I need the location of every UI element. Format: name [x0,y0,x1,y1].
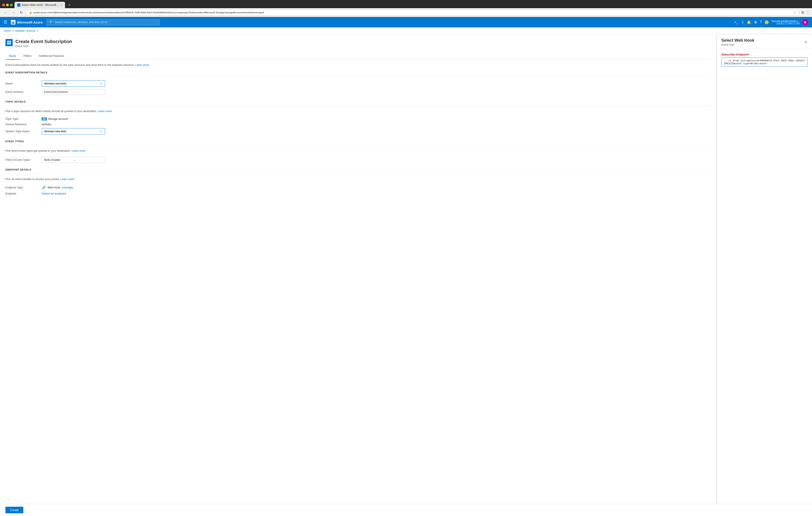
endpoint-details-title: ENDPOINT DETAILS [5,168,711,171]
name-input-field[interactable]: ✓ [42,81,105,87]
breadcrumb-home[interactable]: Home [4,29,11,32]
system-topic-label: System Topic Name [5,130,42,133]
right-panel: Select Web Hook Event Grid × Subscriber … [717,34,812,516]
schema-dropdown-arrow: ⌄ [74,90,103,94]
endpoint-label: Endpoint [5,192,42,195]
refresh-button[interactable]: ↻ [19,10,24,15]
event-types-desc: Pick which event types get pushed to you… [5,149,711,152]
maximize-window-button[interactable] [10,4,13,6]
active-browser-tab[interactable]: Select Web Hook - Microsoft ... × [14,2,65,8]
system-topic-row: System Topic Name ✓ [5,128,711,134]
event-grid-icon [5,39,13,46]
hamburger-menu-icon[interactable]: ☰ [4,20,7,25]
event-types-section: EVENT TYPES Pick which event types get p… [5,140,711,163]
event-types-title: EVENT TYPES [5,140,711,143]
breadcrumb-sep-2: > [37,29,38,32]
panel-subtitle: Event Grid [721,43,754,47]
endpoint-details-desc: Pick an event handler to receive your ev… [5,178,711,181]
tab-favicon [17,3,20,6]
source-resource-row: Source Resource workato [5,123,711,126]
system-topic-check-icon: ✓ [100,129,103,133]
cloud-shell-icon[interactable]: >_ [734,20,738,24]
schema-select[interactable]: Event Grid Schema ⌄ [42,89,105,95]
storage-account-icon [42,117,47,121]
endpoint-type-value: Web Hook [48,186,60,189]
new-tab-button[interactable]: + [67,3,72,7]
filter-event-types-select[interactable]: Blob Created ⌄ [42,157,105,163]
source-resource-label: Source Resource [5,123,42,126]
url-text: portal.azure.com/#@bennettgohworkato.onm… [33,11,792,14]
svg-rect-1 [9,41,11,42]
browser-chrome: Select Web Hook - Microsoft ... × + ← → … [0,0,812,17]
endpoint-learn-more-link[interactable]: Learn more [60,178,74,181]
name-input[interactable] [44,82,100,85]
feedback-icon[interactable]: 🙂 [764,20,769,25]
name-field-row: Name ✓ [5,81,711,87]
name-check-icon: ✓ [100,82,103,85]
create-button[interactable]: Create [5,507,23,513]
browser-titlebar: Select Web Hook - Microsoft ... × + [0,0,812,8]
select-endpoint-link[interactable]: Select an endpoint [42,192,66,195]
topic-type-value-group: Storage account [42,117,68,121]
user-avatar[interactable]: B [802,19,808,25]
source-resource-value: workato [42,123,51,126]
svg-rect-4 [42,118,46,118]
breadcrumb: Home > workato | Events > [0,27,812,34]
left-panel: Create Event Subscription Event Grid Bas… [0,34,717,516]
schema-label: Event Schema [5,90,42,94]
azure-logo: Microsoft Azure [11,20,43,25]
system-topic-input[interactable] [44,130,100,133]
name-label: Name [5,82,42,85]
svg-rect-6 [42,120,46,120]
azure-logo-text: Microsoft Azure [17,20,43,24]
breadcrumb-parent[interactable]: workato | Events [15,29,35,32]
schema-value: Event Grid Schema [44,90,74,94]
change-endpoint-link[interactable]: (change) [62,186,73,189]
tabs: Basic Filters Additional Features [5,52,711,60]
notifications-icon[interactable]: 🔔 [747,20,751,25]
more-options-icon[interactable]: ⋮ [806,10,810,15]
browser-toolbar: ← → ↻ 🔒 portal.azure.com/#@bennettgohwor… [0,8,812,17]
upload-icon[interactable]: ⇧ [741,20,744,25]
global-search-bar[interactable]: 🔍 [47,19,160,25]
page-subtitle: Event Grid [16,44,72,48]
topic-details-title: TOPIC DETAILS [5,100,711,103]
system-topic-input-field[interactable]: ✓ [42,128,105,134]
user-info[interactable]: bennett.goh@workato.c... DEFAULT DIRECTO… [772,19,808,25]
extensions-icon[interactable]: ⚙ [801,10,804,15]
webhook-icon: 🔗 [42,185,46,190]
topic-learn-more-link[interactable]: Learn more [98,110,112,113]
filter-event-types-arrow: ⌄ [74,158,103,161]
required-marker: * [748,53,749,56]
panel-body: Subscriber Endpoint* ...re_blob_storage?… [717,49,812,505]
url-bar[interactable]: 🔒 portal.azure.com/#@bennettgohworkato.o… [26,9,799,16]
event-types-learn-more-link[interactable]: Learn more [71,149,85,152]
tab-additional-features[interactable]: Additional Features [35,52,68,60]
filter-event-types-label: Filter to Event Types [5,158,42,161]
subscriber-endpoint-input[interactable]: ...re_blob_storage?uuid=44b0bbfd-8fe1-49… [721,58,808,67]
forward-button[interactable]: → [10,10,17,15]
tab-filters[interactable]: Filters [20,52,35,60]
event-subscription-details-section: EVENT SUBSCRIPTION DETAILS Name ✓ Event … [5,71,711,95]
back-button[interactable]: ← [2,10,9,15]
bottom-bar: Create [0,504,812,516]
tab-basic[interactable]: Basic [5,52,20,60]
user-directory: DEFAULT DIRECTORY [772,23,800,25]
settings-icon[interactable]: ⚙ [754,20,757,25]
lock-icon: 🔒 [29,11,32,14]
event-subscription-title: EVENT SUBSCRIPTION DETAILS [5,71,711,74]
tab-close-button[interactable]: × [60,3,62,7]
close-window-button[interactable] [2,4,5,6]
endpoint-details-section: ENDPOINT DETAILS Pick an event handler t… [5,168,711,195]
bookmark-icon[interactable]: ☆ [793,11,796,14]
subscriber-endpoint-label: Subscriber Endpoint* [721,53,808,56]
azure-topbar: ☰ Microsoft Azure 🔍 >_ ⇧ 🔔 ⚙ ? 🙂 bennett… [0,17,812,27]
panel-close-button[interactable]: × [804,39,808,45]
topic-details-desc: Pick a topic resource for which events s… [5,110,711,113]
endpoint-row: Endpoint Select an endpoint [5,192,711,195]
global-search-input[interactable] [55,21,157,24]
help-icon[interactable]: ? [760,20,762,24]
minimize-window-button[interactable] [6,4,9,6]
svg-rect-0 [7,41,9,42]
learn-more-link[interactable]: Learn more [135,63,149,67]
